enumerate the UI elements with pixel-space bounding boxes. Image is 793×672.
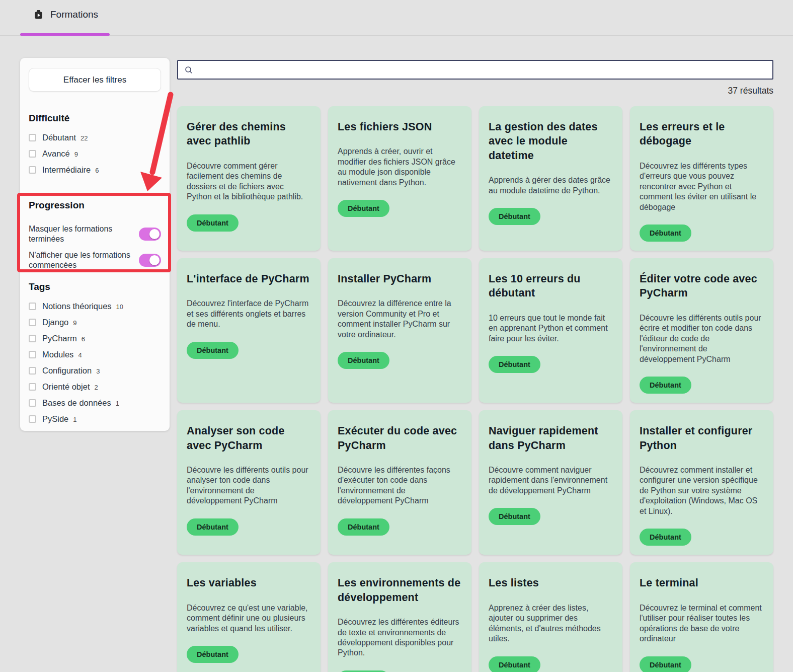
course-description: Découvre les différentes façons d'exécut… — [338, 465, 462, 506]
course-title: Les 10 erreurs du débutant — [489, 272, 613, 301]
checkbox-icon[interactable] — [29, 303, 36, 310]
checkbox-icon[interactable] — [29, 383, 36, 391]
filter-option-label: PySide — [42, 414, 68, 424]
course-title: Éditer votre code avec PyCharm — [640, 272, 764, 301]
filter-option-count: 3 — [96, 367, 100, 375]
course-description: Découvrez ce qu'est une variable, commen… — [187, 603, 311, 634]
course-description: Découvre comment naviguer rapidement dan… — [489, 465, 613, 496]
filter-option-row[interactable]: Bases de données 1 — [29, 398, 161, 408]
search-icon — [184, 65, 193, 74]
checkbox-icon[interactable] — [29, 351, 36, 358]
course-card[interactable]: Installer PyCharm Découvrez la différenc… — [328, 258, 471, 403]
toggle-switch[interactable] — [139, 254, 161, 267]
clear-filters-button[interactable]: Effacer les filtres — [29, 68, 161, 92]
difficulty-heading: Difficulté — [29, 113, 161, 124]
course-description: Apprends à gérer des dates grâce au modu… — [489, 175, 613, 196]
filter-option-count: 6 — [82, 335, 85, 343]
course-card[interactable]: Les 10 erreurs du débutant 10 erreurs qu… — [479, 258, 622, 403]
progression-toggle-row: Masquer les formations terminées — [29, 224, 161, 244]
course-title: Les fichiers JSON — [338, 120, 462, 134]
course-description: Découvre les différents outils pour anal… — [187, 465, 311, 506]
course-card[interactable]: Exécuter du code avec PyCharm Découvre l… — [328, 410, 471, 555]
difficulty-badge: Débutant — [489, 208, 540, 225]
course-description: Découvrez comment installer et configure… — [640, 465, 764, 516]
course-title: Installer et configurer Python — [640, 424, 764, 453]
progression-heading: Progression — [29, 200, 161, 211]
search-input[interactable] — [198, 61, 766, 79]
checkbox-icon[interactable] — [29, 367, 36, 375]
filter-option-label: Bases de données — [42, 398, 111, 408]
checkbox-icon[interactable] — [29, 319, 36, 326]
course-card[interactable]: Les erreurs et le débogage Découvrez les… — [630, 106, 773, 251]
course-card[interactable]: La gestion des dates avec le module date… — [479, 106, 622, 251]
filter-option-row[interactable]: Intermédiaire 6 — [29, 165, 161, 175]
filter-option-count: 1 — [116, 400, 119, 407]
checkbox-icon[interactable] — [29, 134, 36, 141]
tab-formations[interactable]: Formations — [33, 9, 98, 20]
course-description: Apprenez à créer des listes, ajouter ou … — [489, 603, 613, 644]
filter-option-count: 22 — [81, 134, 88, 142]
filter-option-label: Avancé — [42, 149, 70, 159]
filter-option-row[interactable]: Avancé 9 — [29, 149, 161, 159]
filter-option-row[interactable]: Débutant 22 — [29, 133, 161, 142]
checkbox-icon[interactable] — [29, 335, 36, 342]
tags-heading: Tags — [29, 281, 161, 292]
difficulty-badge: Débutant — [187, 214, 239, 232]
progression-toggles: Masquer les formations terminées N'affic… — [29, 224, 161, 270]
filter-option-label: PyCharm — [42, 334, 77, 343]
checkbox-icon[interactable] — [29, 150, 36, 158]
search-box — [177, 60, 773, 80]
course-card[interactable]: Gérer des chemins avec pathlib Découvre … — [177, 106, 321, 251]
filter-option-count: 6 — [95, 167, 99, 174]
course-title: Les listes — [489, 576, 613, 590]
course-description: Découvrez les différents types d'erreurs… — [640, 161, 764, 212]
filter-option-count: 4 — [78, 351, 82, 359]
difficulty-badge: Débutant — [489, 656, 540, 672]
difficulty-badge: Débutant — [489, 508, 540, 525]
course-title: Exécuter du code avec PyCharm — [338, 424, 462, 453]
toggle-switch[interactable] — [139, 228, 161, 241]
filter-option-count: 9 — [73, 319, 76, 327]
filter-option-row[interactable]: Modules 4 — [29, 350, 161, 359]
checkbox-icon[interactable] — [29, 399, 36, 407]
course-title: Les environnements de développement — [338, 576, 462, 605]
filter-option-row[interactable]: Notions théoriques 10 — [29, 302, 161, 311]
checkbox-icon[interactable] — [29, 415, 36, 423]
course-card[interactable]: Les listes Apprenez à créer des listes, … — [479, 562, 622, 672]
difficulty-badge: Débutant — [187, 518, 239, 536]
difficulty-options: Débutant 22 Avancé 9 Intermédiaire 6 — [29, 133, 161, 175]
filter-option-label: Configuration — [42, 366, 92, 376]
course-title: Les variables — [187, 576, 311, 590]
course-card[interactable]: Éditer votre code avec PyCharm Découvre … — [630, 258, 773, 403]
course-card[interactable]: Les fichiers JSON Apprends à créer, ouvr… — [328, 106, 471, 251]
course-card[interactable]: Naviguer rapidement dans PyCharm Découvr… — [479, 410, 622, 555]
tab-label: Formations — [50, 9, 98, 20]
filter-option-count: 9 — [74, 151, 78, 158]
course-card[interactable]: Installer et configurer Python Découvrez… — [630, 410, 773, 555]
toggle-label: Masquer les formations terminées — [29, 224, 132, 244]
filter-option-row[interactable]: Configuration 3 — [29, 366, 161, 376]
filter-option-row[interactable]: PyCharm 6 — [29, 334, 161, 343]
course-card[interactable]: L'interface de PyCharm Découvrez l'inter… — [177, 258, 321, 403]
course-card[interactable]: Les environnements de développement Déco… — [328, 562, 471, 672]
course-card[interactable]: Le terminal Découvrez le terminal et com… — [630, 562, 773, 672]
filter-option-row[interactable]: Orienté objet 2 — [29, 382, 161, 392]
course-title: Analyser son code avec PyCharm — [187, 424, 311, 453]
course-title: La gestion des dates avec le module date… — [489, 120, 613, 163]
course-description: Découvre les différents outils pour écri… — [640, 313, 764, 364]
progression-toggle-row: N'afficher que les formations commencées — [29, 250, 161, 270]
filter-option-row[interactable]: PySide 1 — [29, 414, 161, 424]
filter-option-label: Modules — [42, 350, 73, 359]
difficulty-badge: Débutant — [640, 225, 691, 242]
course-card[interactable]: Analyser son code avec PyCharm Découvre … — [177, 410, 321, 555]
filter-option-label: Intermédiaire — [42, 165, 91, 175]
filter-option-count: 10 — [116, 303, 123, 311]
filter-option-count: 2 — [94, 384, 98, 391]
difficulty-badge: Débutant — [187, 646, 239, 663]
course-card[interactable]: Les variables Découvrez ce qu'est une va… — [177, 562, 321, 672]
course-description: Découvrez la différence entre la version… — [338, 298, 462, 340]
course-title: Les erreurs et le débogage — [640, 120, 764, 148]
filter-option-row[interactable]: Django 9 — [29, 318, 161, 327]
filter-option-label: Django — [42, 318, 68, 327]
checkbox-icon[interactable] — [29, 166, 36, 174]
